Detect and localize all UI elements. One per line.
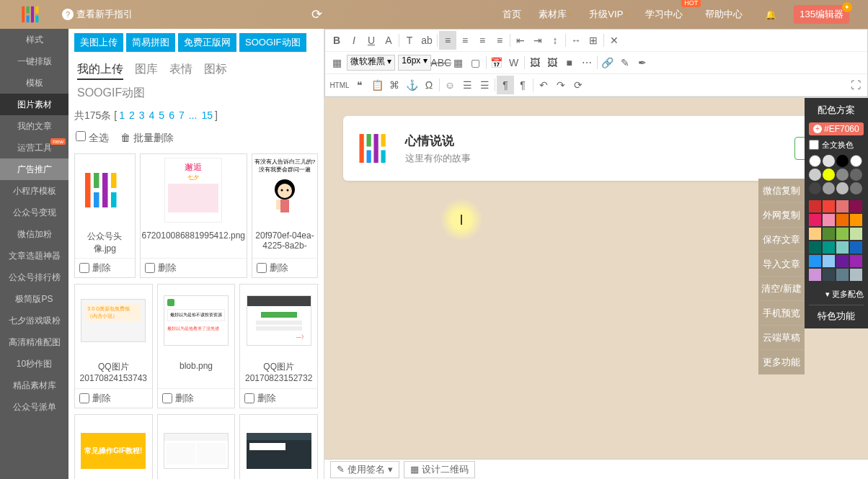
sidebar-item-6[interactable]: 广告推广 [0, 158, 68, 180]
outdent-icon[interactable]: ⇥ [529, 31, 546, 50]
strike-icon[interactable]: ABC [433, 53, 450, 72]
page-link-15[interactable]: 15 [199, 109, 215, 121]
swatch-color-1[interactable] [823, 200, 835, 212]
swatch-color-18[interactable] [836, 255, 849, 267]
fullscreen-icon[interactable]: ⛶ [847, 76, 864, 94]
nav-home[interactable]: 首页 [495, 0, 528, 29]
nav-help[interactable]: 帮助中心▾ [698, 0, 755, 29]
image-card[interactable]: 常见操作GIF教程! [74, 414, 153, 479]
rtl-icon[interactable]: ¶ [514, 76, 531, 94]
subtab-0[interactable]: 美图上传 [74, 33, 123, 52]
refresh-icon[interactable]: ⟳ [303, 6, 331, 22]
swatch-color-14[interactable] [836, 241, 849, 254]
swatch-neutral-5[interactable] [823, 169, 835, 181]
card-delete[interactable]: 删除 [240, 388, 317, 408]
align-left-icon[interactable]: ≡ [439, 31, 456, 50]
action-0[interactable]: 微信复制 [758, 179, 805, 203]
page-link-3[interactable]: 3 [137, 109, 147, 121]
video-icon[interactable]: ■ [561, 53, 578, 72]
sidebar-item-10[interactable]: 文章选题神器 [0, 245, 68, 267]
swatch-neutral-11[interactable] [850, 182, 862, 194]
select-all[interactable]: 全选 [76, 131, 109, 145]
indent-icon[interactable]: ⇤ [512, 31, 529, 50]
page-link-7[interactable]: 7 [177, 109, 187, 121]
sidebar-item-12[interactable]: 极简版PS [0, 288, 68, 310]
bold-icon[interactable]: B [328, 31, 345, 50]
image-card[interactable]: 3 0 G资源包免费领（内含小说）QQ图片20170824153743 删除 [74, 284, 153, 408]
word-icon[interactable]: W [505, 53, 523, 72]
sidebar-item-0[interactable]: 样式 [0, 29, 68, 50]
subtab-1[interactable]: 简易拼图 [126, 33, 175, 52]
swatch-color-16[interactable] [809, 255, 821, 267]
brush-icon[interactable]: ✎ [616, 53, 634, 72]
font-color-icon[interactable]: A [380, 31, 397, 50]
sidebar-item-7[interactable]: 小程序模板 [0, 180, 68, 202]
anchor-icon[interactable]: ⚓ [403, 76, 420, 94]
sidebar-item-14[interactable]: 高清精准配图 [0, 331, 68, 353]
image-card[interactable] [157, 414, 236, 479]
swatch-color-19[interactable] [850, 255, 862, 267]
sidebar-item-9[interactable]: 微信加粉 [0, 223, 68, 245]
logo[interactable] [6, 0, 56, 29]
subtab-3[interactable]: SOOGIF动图 [239, 33, 306, 52]
swatch-color-17[interactable] [823, 255, 835, 267]
card-delete[interactable]: 删除 [141, 258, 247, 277]
swatch-color-22[interactable] [836, 269, 849, 281]
guide-link[interactable]: ?查看新手指引 [56, 8, 138, 21]
action-5[interactable]: 手机预览 [758, 301, 805, 326]
nav-brand[interactable]: 135编辑器✦ [787, 0, 856, 29]
undo-icon[interactable]: ↶ [535, 76, 552, 94]
nav-learn[interactable]: 学习中心▾HOT [638, 0, 695, 29]
image-card[interactable]: 邂逅七夕672010086881995412.png 删除 [140, 153, 247, 278]
border-icon[interactable]: ▢ [467, 53, 484, 72]
sidebar-item-17[interactable]: 公众号派单 [0, 396, 68, 418]
paste-icon[interactable]: 📋 [368, 76, 386, 94]
swatch-color-11[interactable] [850, 228, 862, 240]
swatch-color-10[interactable] [836, 228, 849, 240]
swatch-neutral-7[interactable] [850, 169, 862, 181]
card-delete[interactable]: 删除 [75, 258, 135, 277]
size-select[interactable]: 16px ▾ [398, 55, 430, 71]
code-icon[interactable]: ⌘ [386, 76, 403, 94]
page-link-5[interactable]: 5 [156, 109, 167, 121]
swatch-color-23[interactable] [850, 269, 862, 281]
eyedropper-icon[interactable]: ✒ [634, 53, 651, 72]
line-height-icon[interactable]: ↕ [546, 31, 564, 50]
qrcode-button[interactable]: ▦设计二维码 [404, 461, 475, 478]
sidebar-item-13[interactable]: 七夕游戏吸粉 [0, 310, 68, 331]
history-icon[interactable]: ⟳ [570, 76, 587, 94]
align-center-icon[interactable]: ≡ [456, 31, 474, 50]
sidebar-item-15[interactable]: 10秒作图 [0, 353, 68, 375]
swatch-color-3[interactable] [850, 200, 862, 212]
subtab-2[interactable]: 免费正版网 [178, 33, 236, 52]
mtab-0[interactable]: 我的上传 [77, 61, 123, 80]
mtab-soogif[interactable]: SOOGIF动图 [77, 85, 145, 100]
image-card[interactable]: 有没有人告诉白三儿的?没有我要会群问一遍20f970ef-04ea-4225-8… [252, 153, 318, 278]
sidebar-item-4[interactable]: 我的文章 [0, 115, 68, 137]
margin-icon[interactable]: ⊞ [585, 31, 602, 50]
action-4[interactable]: 清空/新建 [758, 277, 805, 301]
sidebar-item-2[interactable]: 模板 [0, 72, 68, 94]
page-link-...[interactable]: ... [187, 109, 200, 121]
swatch-neutral-3[interactable] [850, 155, 862, 167]
image-card[interactable] [239, 414, 318, 479]
sidebar-item-1[interactable]: 一键排版 [0, 50, 68, 72]
clear-format-icon[interactable]: ✕ [606, 31, 623, 50]
signature-button[interactable]: ✎使用签名 ▾ [330, 461, 399, 478]
swatch-neutral-8[interactable] [809, 182, 821, 194]
swatch-color-8[interactable] [809, 228, 821, 240]
table-icon[interactable]: ▦ [450, 53, 467, 72]
page-link-2[interactable]: 2 [127, 109, 137, 121]
action-3[interactable]: 导入文章 [758, 252, 805, 277]
swatch-color-6[interactable] [836, 214, 849, 226]
card-delete[interactable]: 删除 [75, 388, 152, 408]
sidebar-item-8[interactable]: 公众号变现 [0, 202, 68, 223]
swatch-neutral-0[interactable] [809, 155, 821, 167]
swatch-color-20[interactable] [809, 269, 821, 281]
calendar-icon[interactable]: 📅 [488, 53, 505, 72]
image-icon[interactable]: 🖼 [526, 53, 544, 72]
swatch-neutral-10[interactable] [836, 182, 849, 194]
font-select[interactable]: 微软雅黑 ▾ [347, 55, 395, 71]
ltr-icon[interactable]: ¶ [497, 76, 514, 94]
align-justify-icon[interactable]: ≡ [491, 31, 508, 50]
